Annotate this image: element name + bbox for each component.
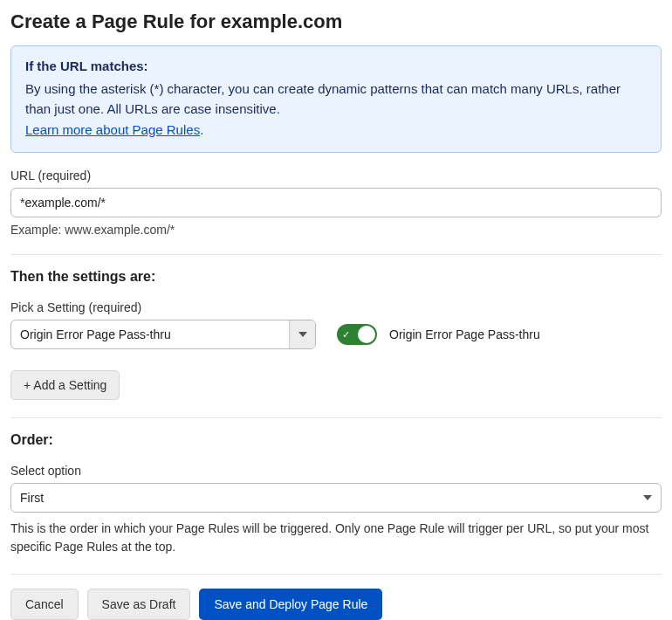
divider	[10, 254, 662, 255]
order-description: This is the order in which your Page Rul…	[10, 520, 662, 556]
learn-more-link[interactable]: Learn more about Page Rules	[25, 122, 200, 137]
info-box: If the URL matches: By using the asteris…	[10, 45, 662, 153]
save-deploy-button[interactable]: Save and Deploy Page Rule	[199, 589, 382, 620]
order-select-value: First	[20, 491, 44, 505]
info-heading: If the URL matches:	[25, 59, 647, 73]
url-input[interactable]	[10, 188, 662, 217]
divider	[10, 417, 662, 418]
check-icon: ✓	[342, 329, 350, 339]
info-body: By using the asterisk (*) character, you…	[25, 79, 647, 140]
setting-toggle[interactable]: ✓	[337, 324, 377, 345]
order-label: Select option	[10, 464, 662, 478]
page-title: Create a Page Rule for example.com	[10, 10, 662, 33]
add-setting-button[interactable]: + Add a Setting	[10, 370, 120, 400]
toggle-knob	[358, 326, 375, 343]
setting-picker-label: Pick a Setting (required)	[10, 300, 662, 314]
url-helper: Example: www.example.com/*	[10, 223, 662, 237]
setting-select-value: Origin Error Page Pass-thru	[11, 320, 289, 348]
chevron-down-icon	[289, 320, 315, 348]
order-heading: Order:	[10, 432, 662, 448]
save-draft-button[interactable]: Save as Draft	[87, 589, 191, 620]
toggle-label: Origin Error Page Pass-thru	[389, 327, 540, 341]
info-text: By using the asterisk (*) character, you…	[25, 81, 621, 116]
chevron-down-icon	[643, 495, 652, 500]
info-suffix: .	[200, 122, 203, 137]
divider	[10, 574, 662, 575]
button-row: Cancel Save as Draft Save and Deploy Pag…	[10, 589, 662, 620]
settings-heading: Then the settings are:	[10, 269, 662, 285]
setting-select[interactable]: Origin Error Page Pass-thru	[10, 320, 316, 349]
url-label: URL (required)	[10, 169, 662, 183]
cancel-button[interactable]: Cancel	[10, 589, 79, 620]
order-select[interactable]: First	[10, 483, 662, 513]
